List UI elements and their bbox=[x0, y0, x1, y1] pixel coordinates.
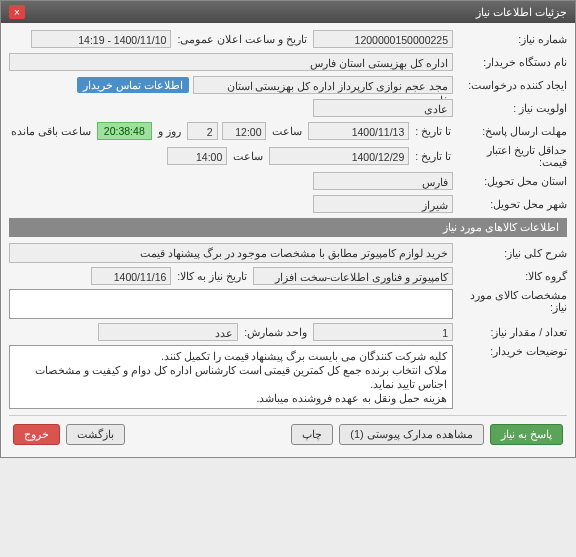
val-requester: مجد عجم نوازی کارپرداز اداره کل بهزیستی … bbox=[193, 76, 453, 94]
val-reply-time: 12:00 bbox=[222, 122, 267, 140]
exit-button[interactable]: خروج bbox=[13, 424, 60, 445]
print-button[interactable]: چاپ bbox=[291, 424, 333, 445]
lbl-time-2: ساعت bbox=[231, 150, 265, 162]
row-buyer-org: نام دستگاه خریدار: اداره کل بهزیستی استا… bbox=[9, 52, 567, 72]
lbl-until-date-1: تا تاریخ : bbox=[413, 125, 453, 137]
row-requester: ایجاد کننده درخواست: مجد عجم نوازی کارپر… bbox=[9, 75, 567, 95]
lbl-price-validity: حداقل تاریخ اعتبار قیمت: bbox=[457, 144, 567, 168]
val-need-no: 1200000150000225 bbox=[313, 30, 453, 48]
close-icon[interactable]: × bbox=[9, 5, 25, 19]
val-goods-group: کامپیوتر و فناوری اطلاعات-سخت افزار bbox=[253, 267, 453, 285]
val-price-time: 14:00 bbox=[167, 147, 227, 165]
lbl-city: شهر محل تحویل: bbox=[457, 198, 567, 210]
lbl-buyer-notes: توضیحات خریدار: bbox=[457, 345, 567, 357]
val-buyer-notes: کلیه شرکت کنندگان می بایست برگ پیشنهاد ق… bbox=[9, 345, 453, 409]
val-buyer-org: اداره کل بهزیستی استان فارس bbox=[9, 53, 453, 71]
window-title: جزئیات اطلاعات نیاز bbox=[476, 6, 567, 19]
lbl-priority: اولویت نیاز : bbox=[457, 102, 567, 114]
lbl-remaining: ساعت باقی مانده bbox=[9, 125, 93, 137]
val-priority: عادی bbox=[313, 99, 453, 117]
val-reply-date: 1400/11/13 bbox=[308, 122, 409, 140]
titlebar: جزئیات اطلاعات نیاز × bbox=[1, 1, 575, 23]
val-price-date: 1400/12/29 bbox=[269, 147, 409, 165]
val-unit: عدد bbox=[98, 323, 238, 341]
countdown-timer: 20:38:48 bbox=[97, 122, 152, 140]
need-details-dialog: جزئیات اطلاعات نیاز × شماره نیاز: 120000… bbox=[0, 0, 576, 458]
row-province: استان محل تحویل: فارس bbox=[9, 171, 567, 191]
lbl-goods-group: گروه کالا: bbox=[457, 270, 567, 282]
val-announce-dt: 1400/11/10 - 14:19 bbox=[31, 30, 171, 48]
lbl-until-date-2: تا تاریخ : bbox=[413, 150, 453, 162]
lbl-announce-dt: تاریخ و ساعت اعلان عمومی: bbox=[175, 33, 309, 45]
row-need-no: شماره نیاز: 1200000150000225 تاریخ و ساع… bbox=[9, 29, 567, 49]
back-button[interactable]: بازگشت bbox=[66, 424, 125, 445]
row-need-desc: شرح کلی نیاز: خرید لوازم کامپیوتر مطابق … bbox=[9, 243, 567, 263]
lbl-days-and: روز و bbox=[156, 125, 183, 137]
row-price-validity: حداقل تاریخ اعتبار قیمت: تا تاریخ : 1400… bbox=[9, 144, 567, 168]
footer-spacer bbox=[131, 424, 285, 445]
lbl-time-1: ساعت bbox=[270, 125, 304, 137]
val-need-desc: خرید لوازم کامپیوتر مطابق با مشخصات موجو… bbox=[9, 243, 453, 263]
lbl-reply-deadline: مهلت ارسال پاسخ: bbox=[457, 125, 567, 137]
row-buyer-notes: توضیحات خریدار: کلیه شرکت کنندگان می بای… bbox=[9, 345, 567, 409]
lbl-need-desc: شرح کلی نیاز: bbox=[457, 247, 567, 259]
lbl-unit: واحد شمارش: bbox=[242, 326, 309, 338]
val-qty: 1 bbox=[313, 323, 453, 341]
content-area: شماره نیاز: 1200000150000225 تاریخ و ساع… bbox=[1, 23, 575, 457]
lbl-goods-spec: مشخصات کالای مورد نیاز: bbox=[457, 289, 567, 313]
row-goods-group: گروه کالا: کامپیوتر و فناوری اطلاعات-سخت… bbox=[9, 266, 567, 286]
row-qty: تعداد / مقدار نیاز: 1 واحد شمارش: عدد bbox=[9, 322, 567, 342]
lbl-province: استان محل تحویل: bbox=[457, 175, 567, 187]
section-header-goods: اطلاعات کالاهای مورد نیاز bbox=[9, 218, 567, 237]
val-need-date: 1400/11/16 bbox=[91, 267, 171, 285]
val-city: شیراز bbox=[313, 195, 453, 213]
lbl-buyer-org: نام دستگاه خریدار: bbox=[457, 56, 567, 68]
row-goods-spec: مشخصات کالای مورد نیاز: bbox=[9, 289, 567, 319]
reply-button[interactable]: پاسخ به نیاز bbox=[490, 424, 563, 445]
val-province: فارس bbox=[313, 172, 453, 190]
lbl-requester: ایجاد کننده درخواست: bbox=[457, 79, 567, 91]
val-days-left: 2 bbox=[187, 122, 218, 140]
attachments-button[interactable]: مشاهده مدارک پیوستی (1) bbox=[339, 424, 484, 445]
row-reply-deadline: مهلت ارسال پاسخ: تا تاریخ : 1400/11/13 س… bbox=[9, 121, 567, 141]
lbl-need-no: شماره نیاز: bbox=[457, 33, 567, 45]
lbl-qty: تعداد / مقدار نیاز: bbox=[457, 326, 567, 338]
row-city: شهر محل تحویل: شیراز bbox=[9, 194, 567, 214]
lbl-need-date: تاریخ نیاز به کالا: bbox=[175, 270, 249, 282]
val-goods-spec bbox=[9, 289, 453, 319]
footer-buttons: پاسخ به نیاز مشاهده مدارک پیوستی (1) چاپ… bbox=[9, 415, 567, 447]
contact-info-button[interactable]: اطلاعات تماس خریدار bbox=[77, 77, 189, 93]
row-priority: اولویت نیاز : عادی bbox=[9, 98, 567, 118]
